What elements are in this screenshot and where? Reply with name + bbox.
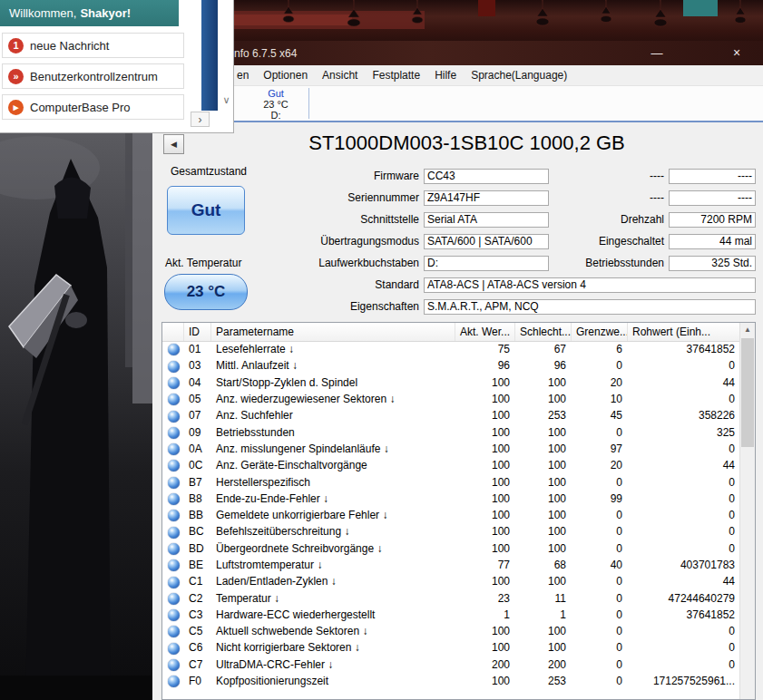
info-value: D: bbox=[424, 256, 549, 271]
table-row[interactable]: 09 Betriebsstunden 100 100 0 325 bbox=[162, 423, 740, 440]
table-row[interactable]: B7 Herstellerspezifisch 100 100 0 0 bbox=[162, 473, 740, 490]
scroll-right-button[interactable]: › bbox=[191, 112, 210, 127]
notification-label: neue Nachricht bbox=[30, 39, 109, 53]
header-worst: Schlecht... bbox=[515, 323, 572, 341]
info-value: 7200 RPM bbox=[669, 212, 756, 228]
attribute-worst: 100 bbox=[515, 525, 572, 538]
scrollbar-thumb[interactable] bbox=[741, 338, 754, 447]
menu-item[interactable]: Ansicht bbox=[315, 66, 365, 84]
info-value: Z9A147HF bbox=[424, 190, 549, 206]
attribute-id: B8 bbox=[184, 492, 211, 505]
scrollbar-up-icon[interactable]: ▲ bbox=[740, 323, 755, 337]
table-row[interactable]: BD Übergeordnete Schreibvorgänge ↓ 100 1… bbox=[162, 540, 740, 557]
attribute-worst: 253 bbox=[515, 675, 572, 687]
attribute-current: 100 bbox=[455, 675, 515, 687]
table-row[interactable]: BC Befehlszeitüberschreitung ↓ 100 100 0… bbox=[162, 523, 740, 540]
header-parametername: Parametername bbox=[211, 323, 455, 341]
attribute-worst: 68 bbox=[515, 559, 572, 571]
game-background-top bbox=[152, 0, 763, 41]
table-row[interactable]: BE Luftstromtemperatur ↓ 77 68 40 403701… bbox=[162, 557, 740, 573]
main-panel: ◀ ST1000DM003-1SB10C 1000,2 GB Gesamtzus… bbox=[152, 122, 763, 700]
attribute-id: F0 bbox=[184, 675, 211, 687]
table-row[interactable]: 07 Anz. Suchfehler 100 253 45 358226 bbox=[162, 407, 740, 423]
menu-bar: en Optionen Ansicht Festplatte Hilfe Spr… bbox=[152, 65, 763, 86]
info-row: Übertragungsmodus SATA/600 | SATA/600 bbox=[259, 230, 549, 252]
attribute-id: 03 bbox=[184, 359, 211, 372]
attribute-id: 05 bbox=[184, 393, 211, 405]
info-value: Serial ATA bbox=[424, 212, 549, 228]
table-row[interactable]: B8 Ende-zu-Ende-Fehler ↓ 100 100 99 0 bbox=[162, 491, 740, 507]
attribute-worst: 100 bbox=[515, 641, 572, 654]
attribute-threshold: 0 bbox=[572, 608, 628, 621]
health-orb-icon bbox=[162, 407, 184, 423]
menu-item[interactable]: Festplatte bbox=[365, 66, 427, 84]
table-row[interactable]: C7 UltraDMA-CRC-Fehler ↓ 200 200 0 0 bbox=[162, 656, 740, 673]
notification-item-usercp[interactable]: » Benutzerkontrollzentrum bbox=[2, 63, 184, 89]
health-orb-icon bbox=[162, 523, 184, 540]
attribute-id: 09 bbox=[184, 426, 211, 439]
table-row[interactable]: 05 Anz. wiederzugewiesener Sektoren ↓ 10… bbox=[162, 391, 740, 407]
table-row[interactable]: 04 Start/Stopp-Zyklen d. Spindel 100 100… bbox=[162, 374, 740, 391]
attribute-current: 100 bbox=[455, 393, 515, 405]
attribute-id: C7 bbox=[184, 658, 211, 671]
attribute-worst: 200 bbox=[515, 658, 572, 671]
health-label: Gesamtzustand bbox=[171, 165, 247, 178]
attribute-worst: 100 bbox=[515, 442, 572, 455]
window-titlebar[interactable]: nfo 6.7.5 x64 — × bbox=[152, 41, 763, 65]
menu-item[interactable]: Optionen bbox=[256, 66, 315, 84]
minimize-button[interactable]: — bbox=[642, 41, 671, 65]
menu-item[interactable]: Sprache(Language) bbox=[464, 66, 574, 84]
attribute-name: UltraDMA-CRC-Fehler ↓ bbox=[211, 658, 455, 671]
info-row: Drehzahl 7200 RPM bbox=[532, 209, 756, 230]
attribute-worst: 100 bbox=[515, 376, 572, 389]
table-row[interactable]: C2 Temperatur ↓ 23 11 0 47244640279 bbox=[162, 589, 740, 606]
menu-item[interactable]: Hilfe bbox=[427, 66, 464, 84]
attribute-raw: 0 bbox=[628, 359, 740, 372]
header-icon-column bbox=[162, 323, 184, 341]
attribute-worst: 100 bbox=[515, 542, 572, 555]
info-label: Firmware bbox=[259, 170, 424, 182]
window-fragment bbox=[478, 0, 495, 16]
table-row[interactable]: 01 Lesefehlerrate ↓ 75 67 6 37641852 bbox=[162, 341, 740, 357]
notification-item-messages[interactable]: 1 neue Nachricht bbox=[2, 33, 184, 58]
health-status-button[interactable]: Gut bbox=[167, 186, 245, 235]
usercp-badge: » bbox=[8, 69, 24, 84]
welcome-prefix: Willkommen, bbox=[9, 6, 76, 20]
table-row[interactable]: 03 Mittl. Anlaufzeit ↓ 96 96 0 0 bbox=[162, 357, 740, 374]
table-row[interactable]: 0A Anz. misslungener Spindelanläufe ↓ 10… bbox=[162, 441, 740, 457]
table-row[interactable]: 0C Anz. Geräte-Einschaltvorgänge 100 100… bbox=[162, 457, 740, 473]
table-row[interactable]: C5 Aktuell schwebende Sektoren ↓ 100 100… bbox=[162, 623, 740, 639]
info-value: CC43 bbox=[424, 169, 549, 184]
attribute-raw: 0 bbox=[628, 492, 740, 505]
attribute-name: Kopfpositionierungszeit bbox=[211, 675, 455, 687]
drive-divider bbox=[308, 88, 309, 119]
temperature-button[interactable]: 23 °C bbox=[164, 274, 248, 310]
attribute-raw: 403701783 bbox=[628, 559, 740, 571]
drive-letter: D: bbox=[241, 110, 310, 121]
attribute-worst: 100 bbox=[515, 492, 572, 505]
attribute-worst: 100 bbox=[515, 459, 572, 472]
attribute-raw: 44 bbox=[628, 376, 740, 389]
notification-item-pro[interactable]: ▸ ComputerBase Pro bbox=[2, 94, 184, 120]
attribute-threshold: 0 bbox=[572, 525, 628, 538]
table-row[interactable]: BB Gemeldete unkorrigierbare Fehler ↓ 10… bbox=[162, 507, 740, 523]
table-scrollbar[interactable]: ▲ bbox=[739, 323, 755, 699]
table-row[interactable]: C6 Nicht korrigierbare Sektoren ↓ 100 10… bbox=[162, 639, 740, 656]
attribute-current: 100 bbox=[455, 442, 515, 455]
screenshot-root: nfo 6.7.5 x64 — × en Optionen Ansicht Fe… bbox=[0, 0, 763, 700]
attribute-worst: 100 bbox=[515, 393, 572, 405]
drive-tab[interactable]: Gut 23 °C D: bbox=[241, 87, 310, 121]
chevron-down-icon[interactable]: ∨ bbox=[220, 92, 233, 107]
attribute-id: BE bbox=[184, 559, 211, 571]
attribute-id: BB bbox=[184, 509, 211, 521]
info-value: SATA/600 | SATA/600 bbox=[424, 234, 549, 249]
table-row[interactable]: F0 Kopfpositionierungszeit 100 253 0 171… bbox=[162, 673, 740, 689]
attribute-id: BD bbox=[184, 542, 211, 555]
table-row[interactable]: C3 Hardware-ECC wiederhergestellt 1 1 0 … bbox=[162, 607, 740, 623]
health-orb-icon bbox=[162, 441, 184, 457]
close-button[interactable]: × bbox=[722, 41, 751, 65]
table-row[interactable]: C1 Laden/Entladen-Zyklen ↓ 100 100 0 44 bbox=[162, 573, 740, 589]
back-button[interactable]: ◀ bbox=[163, 134, 184, 154]
smart-table: ID Parametername Akt. Wer... Schlecht...… bbox=[161, 322, 756, 700]
drive-model-title: ST1000DM003-1SB10C 1000,2 GB bbox=[198, 131, 736, 155]
